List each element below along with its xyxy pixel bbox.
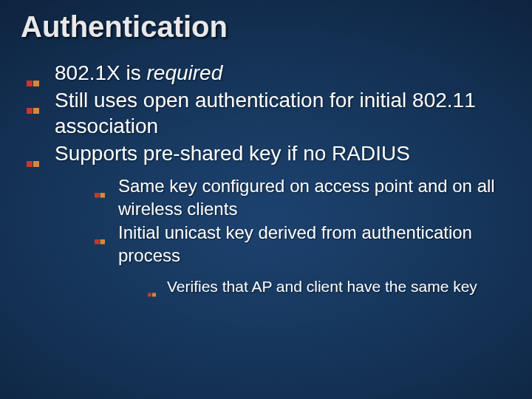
list-item-text: Still uses open authentication for initi…	[55, 89, 476, 137]
svg-rect-8	[95, 239, 100, 245]
bullet-list-level-1: 802.1X is required Still uses open authe…	[21, 60, 511, 296]
bullet-list-level-3: Verifies that AP and client have the sam…	[118, 276, 511, 296]
list-item: Verifies that AP and client have the sam…	[148, 276, 511, 296]
svg-rect-7	[100, 193, 106, 198]
bullet-icon	[27, 149, 43, 174]
list-item-text: Verifies that AP and client have the sam…	[167, 278, 477, 295]
text-fragment: 802.1X is	[55, 61, 147, 84]
svg-rect-4	[27, 161, 33, 167]
svg-rect-6	[95, 193, 100, 198]
svg-rect-11	[152, 293, 156, 296]
slide-title: Authentication	[21, 10, 511, 44]
svg-rect-2	[27, 108, 33, 114]
list-item-text: Same key configured on access point and …	[118, 176, 495, 219]
svg-rect-3	[33, 108, 39, 114]
svg-rect-1	[33, 81, 39, 86]
list-item-text: Supports pre-shared key if no RADIUS	[55, 142, 410, 165]
svg-rect-5	[33, 161, 39, 167]
list-item: 802.1X is required	[27, 60, 511, 86]
svg-rect-10	[148, 293, 151, 296]
svg-rect-0	[27, 81, 33, 86]
list-item-text: 802.1X is required	[55, 61, 222, 84]
bullet-icon	[95, 182, 108, 205]
text-emphasis: required	[147, 61, 223, 84]
bullet-icon	[148, 282, 158, 302]
bullet-icon	[95, 228, 108, 251]
svg-rect-9	[100, 239, 106, 245]
slide: Authentication 802.1X is required Still …	[0, 0, 532, 399]
list-item: Still uses open authentication for initi…	[27, 87, 511, 139]
bullet-icon	[27, 95, 43, 121]
list-item-text: Initial unicast key derived from authent…	[118, 222, 472, 265]
bullet-list-level-2: Same key configured on access point and …	[55, 175, 511, 296]
list-item: Initial unicast key derived from authent…	[95, 222, 511, 296]
list-item: Supports pre-shared key if no RADIUS Sam…	[27, 140, 511, 296]
list-item: Same key configured on access point and …	[95, 175, 511, 220]
